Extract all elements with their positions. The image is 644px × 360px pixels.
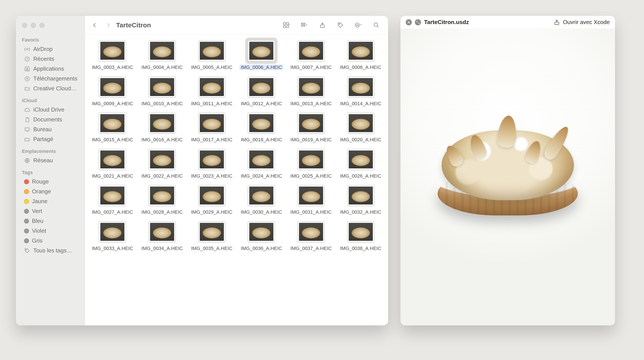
tags-button[interactable] xyxy=(334,19,346,31)
file-item[interactable]: IMG_0017_A.HEIC xyxy=(187,111,236,145)
file-item[interactable]: IMG_0025_A.HEIC xyxy=(286,148,336,181)
file-item[interactable]: IMG_0003_A.HEIC xyxy=(88,39,137,73)
file-item[interactable]: IMG_0016_A.HEIC xyxy=(137,111,187,145)
file-item[interactable]: IMG_0012_A.HEIC xyxy=(236,75,286,109)
file-item[interactable]: IMG_0013_A.HEIC xyxy=(286,75,336,109)
svg-point-17 xyxy=(357,25,358,25)
file-thumbnail xyxy=(248,77,275,98)
forward-button[interactable] xyxy=(102,19,114,31)
file-grid: IMG_0003_A.HEICIMG_0004_A.HEICIMG_0005_A… xyxy=(88,39,386,253)
sidebar-item-downloads[interactable]: Téléchargements xyxy=(18,74,82,84)
open-with-button[interactable]: Ouvrir avec Xcode xyxy=(563,19,610,25)
file-name-label: IMG_0030_A.HEIC xyxy=(241,209,282,215)
file-item[interactable]: IMG_0023_A.HEIC xyxy=(187,148,236,181)
sidebar-item-desktop[interactable]: Bureau xyxy=(18,124,82,134)
file-item[interactable]: IMG_0037_A.HEIC xyxy=(286,220,336,254)
quicklook-3d-viewport[interactable] xyxy=(400,29,615,326)
sidebar-item-label: Vert xyxy=(32,208,42,214)
svg-point-0 xyxy=(26,48,28,50)
close-icon[interactable] xyxy=(406,19,412,25)
fullscreen-icon[interactable] xyxy=(415,19,421,25)
file-item[interactable]: IMG_0009_A.HEIC xyxy=(88,75,137,109)
file-item[interactable]: IMG_0006_A.HEIC xyxy=(236,39,286,73)
file-item[interactable]: IMG_0010_A.HEIC xyxy=(137,75,187,109)
file-item[interactable]: IMG_0014_A.HEIC xyxy=(336,75,386,109)
file-name-label: IMG_0028_A.HEIC xyxy=(142,209,183,215)
sidebar-item-label: Réseau xyxy=(33,157,53,164)
search-button[interactable] xyxy=(370,19,382,31)
file-item[interactable]: IMG_0032_A.HEIC xyxy=(336,184,386,217)
file-item[interactable]: IMG_0029_A.HEIC xyxy=(187,184,236,217)
file-item[interactable]: IMG_0011_A.HEIC xyxy=(187,75,236,109)
toolbar-actions xyxy=(280,19,382,31)
sidebar-item-label: Rouge xyxy=(32,178,49,185)
sidebar-item-shared[interactable]: Partagé xyxy=(18,134,82,144)
file-name-label: IMG_0038_A.HEIC xyxy=(340,245,381,251)
file-item[interactable]: IMG_0021_A.HEIC xyxy=(88,148,137,181)
back-button[interactable] xyxy=(88,19,101,31)
sidebar-item-applications[interactable]: Applications xyxy=(18,64,82,74)
sidebar-item-creative-cloud[interactable]: Creative Cloud… xyxy=(18,84,82,93)
file-item[interactable]: IMG_0031_A.HEIC xyxy=(286,184,336,217)
file-item[interactable]: IMG_0024_A.HEIC xyxy=(236,148,286,181)
file-item[interactable]: IMG_0005_A.HEIC xyxy=(187,39,236,73)
sidebar-item-label: Gris xyxy=(32,237,42,244)
file-thumbnail xyxy=(198,149,226,170)
sidebar-tag-violet[interactable]: Violet xyxy=(18,226,82,236)
file-item[interactable]: IMG_0033_A.HEIC xyxy=(88,220,137,254)
sidebar-item-recents[interactable]: Récents xyxy=(18,54,82,64)
sidebar-item-all-tags[interactable]: Tous les tags… xyxy=(18,246,82,255)
file-item[interactable]: IMG_0020_A.HEIC xyxy=(336,111,386,145)
sidebar-tag-orange[interactable]: Orange xyxy=(18,186,82,196)
finder-sidebar: Favoris AirDrop Récents Applications xyxy=(16,16,85,326)
sidebar-tag-vert[interactable]: Vert xyxy=(18,206,82,216)
file-name-label: IMG_0008_A.HEIC xyxy=(340,64,381,70)
cloud-icon xyxy=(24,107,30,113)
file-name-label: IMG_0016_A.HEIC xyxy=(142,137,183,143)
share-icon[interactable] xyxy=(554,19,560,25)
file-item[interactable]: IMG_0035_A.HEIC xyxy=(187,220,236,254)
file-item[interactable]: IMG_0019_A.HEIC xyxy=(286,111,336,145)
file-item[interactable]: IMG_0034_A.HEIC xyxy=(137,220,187,254)
more-actions-button[interactable] xyxy=(352,19,364,31)
file-grid-scroll[interactable]: IMG_0003_A.HEICIMG_0004_A.HEICIMG_0005_A… xyxy=(85,34,388,326)
sidebar-tag-jaune[interactable]: Jaune xyxy=(18,196,82,206)
sidebar-item-network[interactable]: Réseau xyxy=(18,156,82,165)
file-item[interactable]: IMG_0018_A.HEIC xyxy=(236,111,286,145)
file-thumbnail xyxy=(298,113,325,134)
file-thumbnail xyxy=(248,113,275,134)
file-item[interactable]: IMG_0038_A.HEIC xyxy=(336,220,386,254)
file-item[interactable]: IMG_0022_A.HEIC xyxy=(137,148,187,181)
file-name-label: IMG_0024_A.HEIC xyxy=(241,173,282,179)
file-thumbnail xyxy=(298,149,325,170)
zoom-dot[interactable] xyxy=(40,23,45,28)
file-item[interactable]: IMG_0028_A.HEIC xyxy=(137,184,187,217)
file-item[interactable]: IMG_0008_A.HEIC xyxy=(336,39,386,73)
sidebar-tag-rouge[interactable]: Rouge xyxy=(18,177,82,186)
file-item[interactable]: IMG_0027_A.HEIC xyxy=(88,184,137,217)
file-thumbnail xyxy=(99,113,126,134)
sidebar-item-airdrop[interactable]: AirDrop xyxy=(18,44,82,54)
sidebar-item-icloud-drive[interactable]: iCloud Drive xyxy=(18,105,82,115)
sidebar-tag-gris[interactable]: Gris xyxy=(18,236,82,246)
file-name-label: IMG_0014_A.HEIC xyxy=(340,101,381,107)
file-item[interactable]: IMG_0030_A.HEIC xyxy=(236,184,286,217)
group-by-button[interactable] xyxy=(298,19,310,31)
tag-dot-icon xyxy=(24,219,29,223)
close-dot[interactable] xyxy=(22,23,27,28)
minimize-dot[interactable] xyxy=(31,23,36,28)
file-item[interactable]: IMG_0026_A.HEIC xyxy=(336,148,386,181)
share-button[interactable] xyxy=(316,19,328,31)
sidebar-title-icloud: iCloud xyxy=(16,96,85,105)
file-name-label: IMG_0003_A.HEIC xyxy=(92,64,133,70)
file-item[interactable]: IMG_0015_A.HEIC xyxy=(88,111,137,145)
sidebar-item-documents[interactable]: Documents xyxy=(18,115,82,124)
file-name-label: IMG_0022_A.HEIC xyxy=(142,173,183,179)
file-thumbnail xyxy=(347,221,374,242)
view-mode-icon-button[interactable] xyxy=(280,19,293,31)
file-item[interactable]: IMG_0004_A.HEIC xyxy=(137,39,187,73)
file-item[interactable]: IMG_0036_A.HEIC xyxy=(236,220,286,254)
file-thumbnail xyxy=(347,185,374,206)
file-item[interactable]: IMG_0007_A.HEIC xyxy=(286,39,336,73)
sidebar-tag-bleu[interactable]: Bleu xyxy=(18,216,82,226)
